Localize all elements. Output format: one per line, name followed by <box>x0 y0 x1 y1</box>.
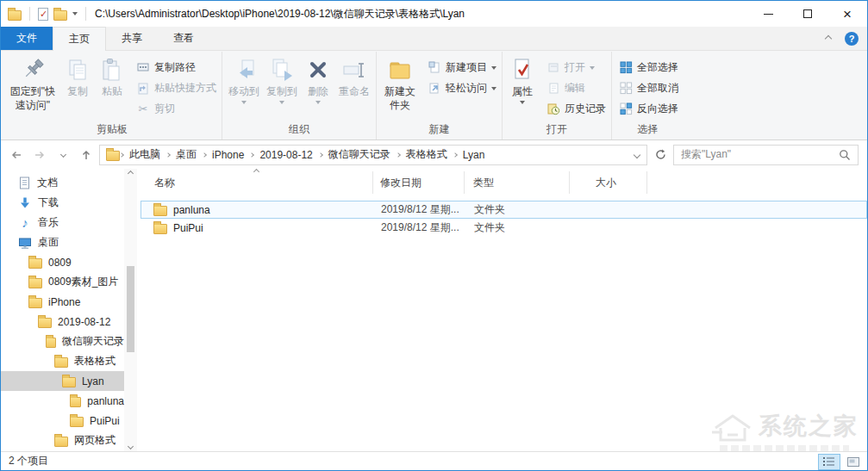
open-label: 打开 <box>565 60 585 75</box>
content-area: 文档 下载 ♪ 音乐 桌面 0809 0809素材_图片 <box>1 169 867 451</box>
search-input[interactable]: 搜索"Lyan" <box>673 145 859 165</box>
column-label: 名称 <box>154 176 175 190</box>
cut-icon: ✂ <box>136 102 150 116</box>
column-header-type[interactable]: 类型 <box>465 171 570 194</box>
copy-to-button[interactable]: 复制到 <box>263 53 301 104</box>
search-icon <box>839 149 851 161</box>
crumb-this-pc[interactable]: 此电脑 <box>123 147 166 162</box>
copy-to-icon <box>268 56 296 84</box>
watermark-text: 系统之家 <box>759 411 859 442</box>
crumb-date-folder[interactable]: 2019-08-12 <box>253 149 318 161</box>
column-label: 大小 <box>596 176 616 190</box>
copy-to-label: 复制到 <box>266 85 297 99</box>
tab-view[interactable]: 查看 <box>158 27 209 50</box>
sidebar-item-label: 微信聊天记录 <box>62 334 124 349</box>
scrollbar-track[interactable] <box>124 176 137 444</box>
easy-access-dropdown-icon <box>491 87 496 90</box>
sidebar-item-0809[interactable]: 0809 <box>1 252 124 272</box>
crumb-lyan[interactable]: Lyan <box>457 149 491 161</box>
easy-access-icon <box>428 82 441 96</box>
sidebar-item-lyan[interactable]: Lyan <box>1 371 124 391</box>
address-row: 此电脑 桌面 iPhone 2019-08-12 微信聊天记录 表格格式 Lya… <box>1 140 867 169</box>
open-dropdown-icon <box>590 66 595 70</box>
rename-icon <box>340 56 368 84</box>
maximize-button[interactable] <box>788 1 827 27</box>
paste-button[interactable]: 粘贴 <box>95 53 129 99</box>
column-header-date-modified[interactable]: 修改日期 <box>373 171 465 194</box>
select-none-label: 全部取消 <box>637 81 678 96</box>
cut-button[interactable]: ✂ 剪切 <box>134 100 219 118</box>
group-label-clipboard: 剪贴板 <box>5 121 219 139</box>
sidebar-item-puipui[interactable]: PuiPui <box>1 411 124 431</box>
sidebar-item-documents[interactable]: 文档 <box>1 173 124 193</box>
minimize-button[interactable] <box>748 1 788 27</box>
folder-icon[interactable] <box>53 10 67 21</box>
copy-path-button[interactable]: 复制路径 <box>134 59 219 77</box>
select-all-button[interactable]: 全部选择 <box>616 59 681 77</box>
crumb-desktop[interactable]: 桌面 <box>170 147 203 162</box>
close-button[interactable]: × <box>827 1 867 27</box>
select-all-label: 全部选择 <box>637 60 678 75</box>
sidebar-scrollbar[interactable] <box>124 169 137 451</box>
sidebar-item-iphone[interactable]: iPhone <box>1 292 124 312</box>
tab-share[interactable]: 共享 <box>106 27 158 50</box>
column-header-size[interactable]: 大小 <box>570 171 647 194</box>
new-item-button[interactable]: 新建项目 <box>425 59 499 77</box>
crumb-wechat-records[interactable]: 微信聊天记录 <box>322 147 397 162</box>
sidebar-item-table-format[interactable]: 表格格式 <box>1 351 124 371</box>
ribbon-group-clipboard: 固定到"快速访问" 复制 粘贴 <box>3 52 222 139</box>
recent-locations-button[interactable] <box>53 145 73 165</box>
scrollbar-thumb[interactable] <box>127 266 134 352</box>
sidebar-item-web-format[interactable]: 网页格式 <box>1 431 124 450</box>
crumb-iphone[interactable]: iPhone <box>206 149 250 161</box>
view-thumbnails-icon <box>846 456 860 468</box>
sidebar-item-music[interactable]: ♪ 音乐 <box>1 213 124 232</box>
tab-file[interactable]: 文件 <box>1 27 53 50</box>
scroll-down-icon[interactable] <box>128 443 134 449</box>
sidebar-item-downloads[interactable]: 下载 <box>1 193 124 213</box>
group-label-organize: 组织 <box>225 121 373 139</box>
qat-dropdown-arrow-icon[interactable] <box>72 12 78 15</box>
ribbon-collapse-icon[interactable] <box>825 34 832 41</box>
refresh-button[interactable] <box>650 145 671 165</box>
file-row-panluna[interactable]: panluna 2019/8/12 星期... 文件夹 <box>141 201 867 219</box>
delete-button[interactable]: 删除 <box>301 53 335 104</box>
thumbnails-view-button[interactable] <box>842 454 865 470</box>
new-folder-button[interactable]: 新建文件夹 <box>379 53 421 112</box>
rename-button[interactable]: 重命名 <box>335 53 373 99</box>
sidebar-item-panluna[interactable]: panluna <box>1 391 124 411</box>
copy-button[interactable]: 复制 <box>60 53 95 99</box>
divider <box>29 7 30 21</box>
tab-home[interactable]: 主页 <box>53 27 106 51</box>
properties-check-icon[interactable] <box>38 8 48 21</box>
address-folder-icon <box>103 148 120 161</box>
delete-dropdown-icon <box>315 101 321 104</box>
sidebar-item-0809-material[interactable]: 0809素材_图片 <box>1 272 124 292</box>
open-button[interactable]: 打开 <box>544 59 609 77</box>
sidebar-item-2019-08-12[interactable]: 2019-08-12 <box>1 312 124 332</box>
address-dropdown-icon[interactable] <box>634 151 640 158</box>
navigation-pane: 文档 下载 ♪ 音乐 桌面 0809 0809素材_图片 <box>1 169 124 451</box>
folder-icon <box>54 437 68 447</box>
history-button[interactable]: 历史记录 <box>544 100 609 118</box>
help-icon[interactable]: ? <box>845 32 859 46</box>
paste-shortcut-button[interactable]: 粘贴快捷方式 <box>134 79 219 97</box>
properties-button[interactable]: 属性 <box>505 53 540 104</box>
invert-selection-button[interactable]: 反向选择 <box>616 100 681 118</box>
details-view-button[interactable] <box>818 454 840 470</box>
move-to-button[interactable]: 移动到 <box>225 53 263 104</box>
crumb-table-format[interactable]: 表格格式 <box>400 147 453 162</box>
back-button[interactable] <box>6 145 27 165</box>
edit-button[interactable]: 编辑 <box>544 79 609 97</box>
file-row-puipui[interactable]: PuiPui 2019/8/12 星期... 文件夹 <box>141 219 867 237</box>
address-bar[interactable]: 此电脑 桌面 iPhone 2019-08-12 微信聊天记录 表格格式 Lya… <box>99 145 647 165</box>
pin-to-quick-access-button[interactable]: 固定到"快速访问" <box>5 53 60 112</box>
pin-label: 固定到"快速访问" <box>9 85 57 112</box>
up-button[interactable] <box>76 145 97 165</box>
forward-button[interactable] <box>29 145 50 165</box>
sidebar-item-wechat-records[interactable]: 微信聊天记录 <box>1 332 124 351</box>
easy-access-button[interactable]: 轻松访问 <box>425 79 499 97</box>
select-none-button[interactable]: 全部取消 <box>616 79 681 97</box>
column-header-name[interactable]: 名称 <box>141 171 373 194</box>
sidebar-item-desktop[interactable]: 桌面 <box>1 232 124 252</box>
